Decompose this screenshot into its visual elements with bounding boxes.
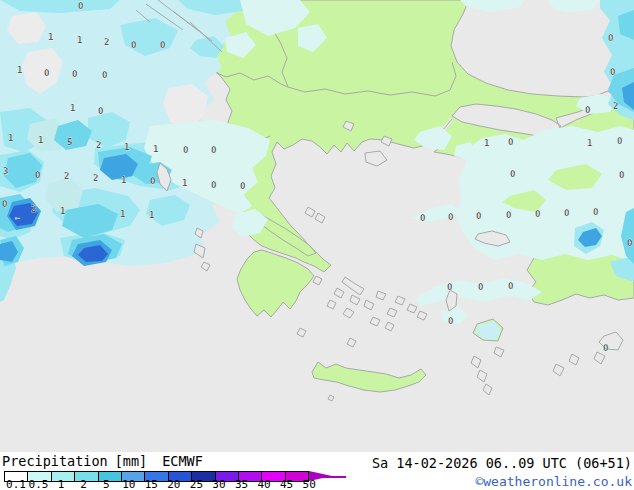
precip-value: 0 [619,170,624,180]
precip-value: 0 [478,282,483,292]
precip-value: 0 [593,207,598,217]
copyright-link[interactable]: ©weatheronline.co.uk [475,474,632,489]
precip-value: 1 [124,142,129,152]
precip-value: 2 [96,140,101,150]
precip-value: 0 [448,212,453,222]
precip-value: 1 [70,103,75,113]
precip-value: 0 [476,211,481,221]
legend-footer: Precipitation[mm]ECMWF 0.10.512510152025… [0,452,634,490]
precip-value: 3 [3,166,8,176]
precip-value: 1 [60,206,65,216]
precip-value: 1 [153,144,158,154]
precip-value: 1 [587,138,592,148]
precip-value: 2 [64,171,69,181]
precip-value: 0 [211,180,216,190]
precip-value: 0 [617,136,622,146]
legend-ticks: 0.10.5125101520253035404550 [0,480,360,490]
valid-time: Sa 14-02-2026 06..09 UTC (06+51) [372,455,632,471]
precip-value: 0 [510,169,515,179]
legend-title: Precipitation[mm]ECMWF [2,453,203,469]
precip-value: 0 [608,33,613,43]
precip-value: 0 [78,1,83,11]
precip-value: 0 [211,145,216,155]
precip-value: 0 [102,70,107,80]
precip-value: 1 [8,133,13,143]
precip-value: 0 [535,209,540,219]
precip-value: 2 [93,173,98,183]
precip-value: 0 [508,281,513,291]
precip-value: 0 [35,170,40,180]
precip-value: 0 [44,68,49,78]
precip-value: 1 [77,35,82,45]
precip-value: 0 [506,210,511,220]
precip-value: 0 [183,145,188,155]
precip-value: 0 [585,105,590,115]
legend-unit: [mm] [115,453,148,469]
precip-value: 2 [104,37,109,47]
precip-value: 0 [508,137,513,147]
precip-value: 0 [131,40,136,50]
weather-map-page: ←011200100010115211003022101000211100021… [0,0,634,490]
precip-value: 1 [121,175,126,185]
precip-value: 0 [150,176,155,186]
precip-value: 0 [603,343,608,353]
precip-value: 1 [120,209,125,219]
legend-parameter: Precipitation [2,453,108,469]
precipitation-map[interactable]: ←011200100010115211003022101000211100021… [0,0,634,452]
legend-model: ECMWF [162,453,203,469]
precip-value: 2 [613,101,618,111]
precip-value: 0 [627,238,632,248]
precip-value: 0 [564,208,569,218]
precip-value: 1 [484,138,489,148]
precip-value: 0 [447,282,452,292]
precip-value: 0 [160,40,165,50]
precip-value: 2 [31,204,36,214]
precip-value: 1 [149,210,154,220]
precip-value: 5 [67,137,72,147]
precip-value: 0 [240,181,245,191]
precip-value: 0 [98,106,103,116]
wind-arrow-icon: ← [14,212,20,223]
map-canvas: ←011200100010115211003022101000211100021… [0,0,634,452]
legend-tick: 50 [292,480,326,490]
precip-value: 0 [448,316,453,326]
precip-value: 0 [72,69,77,79]
precip-value: 0 [420,213,425,223]
precip-value: 0 [610,67,615,77]
precip-value: 1 [48,32,53,42]
precip-value: 1 [17,65,22,75]
footer-right: Sa 14-02-2026 06..09 UTC (06+51) ©weathe… [372,455,632,490]
precip-value: 1 [38,135,43,145]
precip-value: 0 [2,199,7,209]
precip-value: 1 [182,178,187,188]
